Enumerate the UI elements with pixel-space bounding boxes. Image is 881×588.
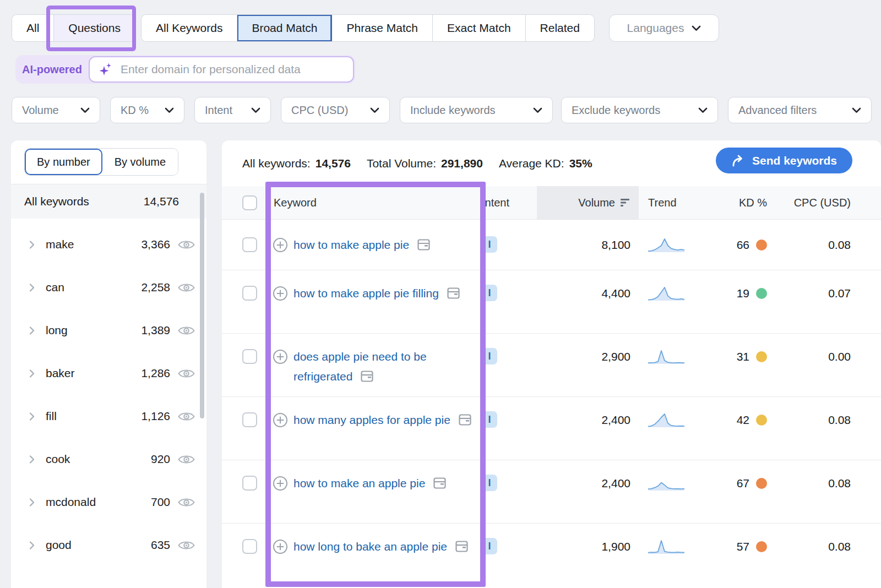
filter-volume[interactable]: Volume bbox=[12, 97, 100, 123]
filter-include-keywords[interactable]: Include keywords bbox=[400, 97, 553, 123]
kd-difficulty-dot bbox=[756, 288, 767, 299]
cpc-value: 0.07 bbox=[828, 287, 851, 300]
row-how-to-make-an-apple-pie: how to make an apple pie I 2,400 67 0.08 bbox=[222, 460, 881, 524]
tab-exact-match[interactable]: Exact Match bbox=[433, 15, 526, 41]
chevron-right-icon[interactable] bbox=[29, 369, 35, 378]
toggle-by-volume[interactable]: By volume bbox=[102, 149, 178, 175]
filter-cpc-usd[interactable]: CPC (USD) bbox=[281, 97, 390, 123]
sidebar-group-can[interactable]: can 2,258 bbox=[11, 266, 206, 309]
chevron-down-icon bbox=[692, 25, 701, 31]
add-keyword-icon[interactable] bbox=[273, 539, 288, 554]
column-header-keyword[interactable]: Keyword bbox=[273, 186, 482, 219]
tab-related[interactable]: Related bbox=[526, 15, 594, 41]
eye-icon[interactable] bbox=[177, 539, 195, 552]
eye-icon[interactable] bbox=[177, 453, 195, 466]
send-keywords-button[interactable]: Send keywords bbox=[716, 148, 852, 173]
column-header-cpc[interactable]: CPC (USD) bbox=[769, 186, 881, 219]
eye-icon[interactable] bbox=[177, 367, 195, 380]
filter-advanced-filters[interactable]: Advanced filters bbox=[728, 97, 872, 123]
filter-dropdown-row: VolumeKD %IntentCPC (USD)Include keyword… bbox=[0, 97, 881, 123]
cpc-value: 0.08 bbox=[828, 238, 851, 251]
filter-exclude-keywords[interactable]: Exclude keywords bbox=[561, 97, 718, 123]
keyword-link[interactable]: how to make apple pie filling bbox=[293, 284, 460, 303]
intent-badge[interactable]: I bbox=[482, 348, 497, 364]
row-checkbox[interactable] bbox=[242, 237, 257, 252]
keyword-link[interactable]: does apple pie need to be refrigerated bbox=[293, 347, 482, 386]
tab-all[interactable]: All bbox=[12, 15, 54, 41]
chevron-right-icon[interactable] bbox=[29, 326, 35, 335]
filter-intent[interactable]: Intent bbox=[194, 97, 271, 123]
sidebar-group-mcdonald[interactable]: mcdonald 700 bbox=[11, 481, 206, 524]
sidebar-group-good[interactable]: good 635 bbox=[11, 524, 206, 567]
sidebar-scrollbar[interactable] bbox=[200, 193, 204, 418]
chevron-right-icon[interactable] bbox=[29, 412, 35, 421]
chevron-right-icon[interactable] bbox=[29, 455, 35, 464]
row-checkbox[interactable] bbox=[242, 539, 257, 554]
add-keyword-icon[interactable] bbox=[273, 237, 288, 253]
intent-badge[interactable]: I bbox=[482, 411, 497, 428]
add-keyword-icon[interactable] bbox=[273, 412, 288, 428]
volume-value: 2,400 bbox=[601, 473, 630, 493]
group-count: 635 bbox=[151, 538, 170, 552]
sidebar-group-fill[interactable]: fill 1,126 bbox=[11, 395, 206, 438]
row-does-apple-pie-need-to-be-refrigerated: does apple pie need to be refrigerated I… bbox=[222, 334, 881, 397]
eye-icon[interactable] bbox=[177, 410, 195, 423]
column-header-volume[interactable]: Volume bbox=[537, 186, 639, 219]
intent-badge[interactable]: I bbox=[482, 475, 497, 491]
add-keyword-icon[interactable] bbox=[273, 476, 288, 491]
domain-input[interactable]: Enter domain for personalized data bbox=[89, 56, 354, 83]
select-all-checkbox[interactable] bbox=[242, 195, 257, 210]
languages-dropdown[interactable]: Languages bbox=[609, 14, 719, 42]
intent-badge[interactable]: I bbox=[482, 236, 497, 253]
keyword-results-panel: All keywords: 14,576 Total Volume: 291,8… bbox=[222, 140, 881, 588]
serp-features-icon bbox=[361, 371, 373, 382]
toggle-by-number[interactable]: By number bbox=[25, 149, 102, 175]
row-how-long-to-bake-an-apple-pie: how long to bake an apple pie I 1,900 57… bbox=[222, 524, 881, 588]
row-checkbox[interactable] bbox=[242, 476, 257, 491]
trend-sparkline bbox=[648, 410, 684, 430]
tab-questions[interactable]: Questions bbox=[54, 15, 135, 41]
tab-all-keywords[interactable]: All Keywords bbox=[142, 15, 237, 41]
intent-badge[interactable]: I bbox=[482, 538, 497, 554]
sidebar-group-cook[interactable]: cook 920 bbox=[11, 438, 206, 481]
sort-descending-icon bbox=[621, 198, 630, 207]
keyword-link[interactable]: how to make an apple pie bbox=[293, 473, 446, 493]
chevron-right-icon[interactable] bbox=[29, 283, 35, 292]
add-keyword-icon[interactable] bbox=[273, 286, 288, 301]
sidebar-group-make[interactable]: make 3,366 bbox=[11, 223, 206, 266]
tab-broad-match[interactable]: Broad Match bbox=[237, 15, 332, 41]
column-header-intent[interactable]: Intent bbox=[482, 186, 537, 219]
stat-total-volume: Total Volume: 291,890 bbox=[367, 157, 483, 170]
chevron-right-icon[interactable] bbox=[29, 498, 35, 507]
sidebar-group-long[interactable]: long 1,389 bbox=[11, 309, 206, 352]
all-keywords-row[interactable]: All keywords 14,576 bbox=[11, 184, 206, 219]
add-keyword-icon[interactable] bbox=[273, 349, 288, 364]
group-label: mcdonald bbox=[46, 496, 151, 509]
eye-icon[interactable] bbox=[177, 238, 195, 251]
filter-label: KD % bbox=[121, 104, 149, 117]
kd-value: 19 bbox=[737, 284, 749, 303]
eye-icon[interactable] bbox=[177, 281, 195, 294]
serp-features-icon bbox=[447, 287, 460, 299]
chevron-right-icon[interactable] bbox=[29, 240, 35, 249]
trend-sparkline bbox=[648, 235, 684, 255]
row-checkbox[interactable] bbox=[242, 349, 257, 364]
eye-icon[interactable] bbox=[177, 496, 195, 509]
trend-sparkline bbox=[648, 537, 684, 557]
keyword-link[interactable]: how many apples for apple pie bbox=[293, 410, 471, 430]
tab-phrase-match[interactable]: Phrase Match bbox=[332, 15, 433, 41]
cpc-value: 0.00 bbox=[828, 350, 851, 363]
column-header-kd[interactable]: KD % bbox=[708, 186, 769, 219]
sidebar-group-baker[interactable]: baker 1,286 bbox=[11, 352, 206, 395]
stat-total-volume-value: 291,890 bbox=[441, 157, 483, 170]
chevron-right-icon[interactable] bbox=[29, 541, 35, 550]
filter-kd[interactable]: KD % bbox=[110, 97, 184, 123]
keyword-link[interactable]: how long to bake an apple pie bbox=[293, 537, 468, 557]
kd-value: 57 bbox=[737, 537, 749, 557]
keyword-link[interactable]: how to make apple pie bbox=[293, 235, 430, 255]
intent-badge[interactable]: I bbox=[482, 285, 497, 301]
row-checkbox[interactable] bbox=[242, 412, 257, 427]
eye-icon[interactable] bbox=[177, 324, 195, 337]
column-header-trend[interactable]: Trend bbox=[639, 186, 708, 219]
row-checkbox[interactable] bbox=[242, 286, 257, 301]
